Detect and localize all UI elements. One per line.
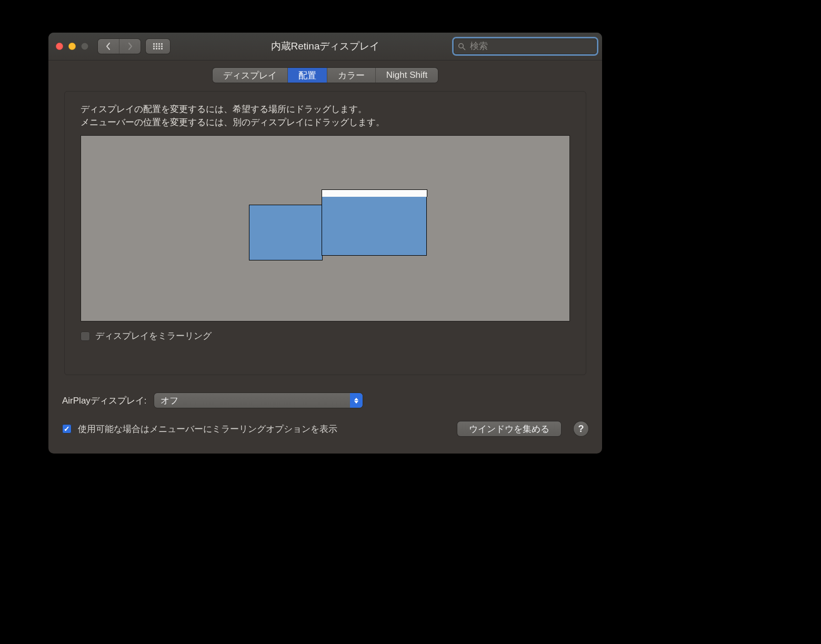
- svg-rect-8: [153, 48, 155, 49]
- window-controls: [56, 43, 88, 50]
- nav-buttons: [98, 39, 141, 54]
- airplay-popup[interactable]: オフ: [154, 393, 363, 408]
- search-field[interactable]: [454, 38, 597, 54]
- menubar-indicator[interactable]: [322, 189, 427, 197]
- mirror-displays-label: ディスプレイをミラーリング: [95, 330, 212, 342]
- show-all-button[interactable]: [146, 39, 170, 54]
- svg-rect-2: [158, 43, 160, 45]
- svg-rect-4: [153, 46, 155, 47]
- instructions: ディスプレイの配置を変更するには、希望する場所にドラッグします。 メニューバーの…: [81, 103, 570, 129]
- instructions-line-1: ディスプレイの配置を変更するには、希望する場所にドラッグします。: [81, 103, 570, 116]
- display-secondary[interactable]: [249, 205, 323, 260]
- instructions-line-2: メニューバーの位置を変更するには、別のディスプレイにドラッグします。: [81, 116, 570, 129]
- svg-rect-6: [158, 46, 160, 47]
- svg-line-13: [463, 47, 465, 49]
- search-icon: [458, 43, 466, 51]
- svg-rect-5: [156, 46, 157, 47]
- popup-arrows-icon: [350, 393, 363, 408]
- chevron-right-icon: [127, 43, 133, 50]
- grid-icon: [153, 43, 163, 49]
- chevron-left-icon: [106, 43, 111, 50]
- tab-night-shift[interactable]: Night Shift: [375, 68, 438, 83]
- svg-rect-3: [161, 43, 163, 45]
- search-input[interactable]: [469, 41, 593, 52]
- bottom-row: 使用可能な場合はメニューバーにミラーリングオプションを表示 ウインドウを集める …: [62, 421, 588, 436]
- svg-rect-0: [153, 43, 155, 45]
- show-mirroring-checkbox[interactable]: [62, 424, 72, 434]
- preferences-window: 内蔵Retinaディスプレイ ディスプレイ 配置 カラー Night Shift…: [48, 33, 602, 454]
- help-button[interactable]: ?: [574, 421, 588, 436]
- svg-rect-10: [158, 48, 160, 49]
- gather-windows-button[interactable]: ウインドウを集める: [457, 421, 561, 436]
- minimize-button[interactable]: [68, 43, 76, 50]
- arrangement-canvas[interactable]: [81, 135, 570, 321]
- titlebar: 内蔵Retinaディスプレイ: [48, 33, 602, 61]
- mirror-row: ディスプレイをミラーリング: [81, 330, 570, 342]
- back-button[interactable]: [98, 39, 119, 54]
- arrangement-panel: ディスプレイの配置を変更するには、希望する場所にドラッグします。 メニューバーの…: [64, 91, 586, 375]
- show-mirroring-label: 使用可能な場合はメニューバーにミラーリングオプションを表示: [78, 423, 337, 435]
- airplay-row: AirPlayディスプレイ: オフ: [62, 393, 588, 408]
- svg-rect-9: [156, 48, 157, 49]
- tab-arrangement[interactable]: 配置: [287, 68, 327, 83]
- zoom-button[interactable]: [81, 43, 88, 50]
- close-button[interactable]: [56, 43, 63, 50]
- airplay-popup-value: オフ: [161, 395, 178, 407]
- svg-rect-11: [161, 48, 163, 49]
- tab-display[interactable]: ディスプレイ: [213, 68, 287, 83]
- tab-strip: ディスプレイ 配置 カラー Night Shift: [48, 68, 602, 83]
- svg-rect-7: [161, 46, 163, 47]
- svg-rect-1: [156, 43, 157, 45]
- mirror-displays-checkbox[interactable]: [81, 331, 90, 341]
- display-primary[interactable]: [322, 196, 427, 256]
- tab-color[interactable]: カラー: [327, 68, 375, 83]
- forward-button[interactable]: [119, 39, 141, 54]
- airplay-label: AirPlayディスプレイ:: [62, 395, 147, 407]
